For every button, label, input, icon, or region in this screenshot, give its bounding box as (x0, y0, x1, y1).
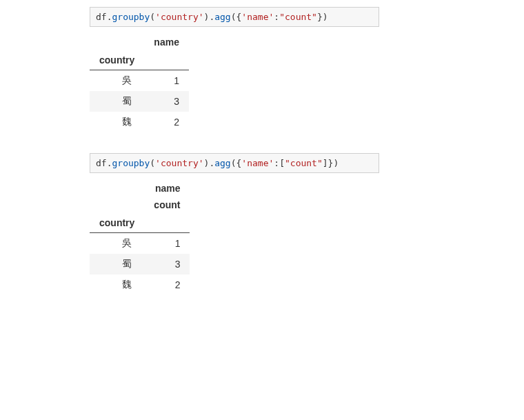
code-token: agg (214, 158, 230, 168)
table-row: 吳1 (90, 70, 189, 92)
index-name: country (90, 213, 144, 233)
output-table-1: name country 吳1蜀3魏2 (90, 34, 189, 132)
row-index: 魏 (90, 112, 144, 132)
column-header: name (144, 34, 189, 50)
code-token: groupby (112, 158, 150, 168)
code-token: 'country' (155, 12, 203, 22)
code-token: 'name' (241, 12, 274, 22)
row-index: 吳 (90, 233, 144, 254)
column-header-level1: count (144, 197, 190, 213)
code-token: ( (150, 158, 155, 168)
code-token: "count" (279, 12, 317, 22)
row-index: 吳 (90, 70, 144, 92)
code-token: 'country' (155, 158, 203, 168)
code-token: agg (214, 12, 230, 22)
table-row: 蜀3 (90, 254, 190, 274)
blank-header (144, 50, 189, 70)
column-header-level0: name (144, 180, 190, 197)
code-token: ( (150, 12, 155, 22)
table-corner (90, 197, 144, 213)
cell-value: 2 (144, 274, 190, 295)
table-corner (90, 180, 144, 197)
code-token: }) (317, 12, 328, 22)
code-token: df (96, 158, 107, 168)
table-row: 吳1 (90, 233, 190, 254)
table-row: 魏2 (90, 274, 190, 295)
code-token: ({ (231, 158, 242, 168)
table-row: 蜀3 (90, 91, 189, 112)
code-token: 'name' (241, 158, 274, 168)
code-token: "count" (285, 158, 323, 168)
code-token: groupby (112, 12, 150, 22)
code-token: ({ (231, 12, 242, 22)
code-token: :[ (274, 158, 285, 168)
table-corner (90, 34, 144, 50)
code-token: : (274, 12, 279, 22)
row-index: 蜀 (90, 91, 144, 112)
output-table-2: name count country 吳1蜀3魏2 (90, 180, 190, 295)
code-token: df (96, 12, 107, 22)
row-index: 魏 (90, 274, 144, 295)
cell-value: 3 (144, 254, 190, 274)
cell-value: 2 (144, 112, 189, 132)
index-name: country (90, 50, 144, 70)
code-cell-2: df.groupby('country').agg({'name':["coun… (90, 153, 379, 173)
cell-value: 1 (144, 70, 189, 92)
cell-value: 1 (144, 233, 190, 254)
code-token: ]}) (323, 158, 339, 168)
cell-value: 3 (144, 91, 189, 112)
blank-header (144, 213, 190, 233)
row-index: 蜀 (90, 254, 144, 274)
table-row: 魏2 (90, 112, 189, 132)
code-cell-1: df.groupby('country').agg({'name':"count… (90, 7, 379, 27)
